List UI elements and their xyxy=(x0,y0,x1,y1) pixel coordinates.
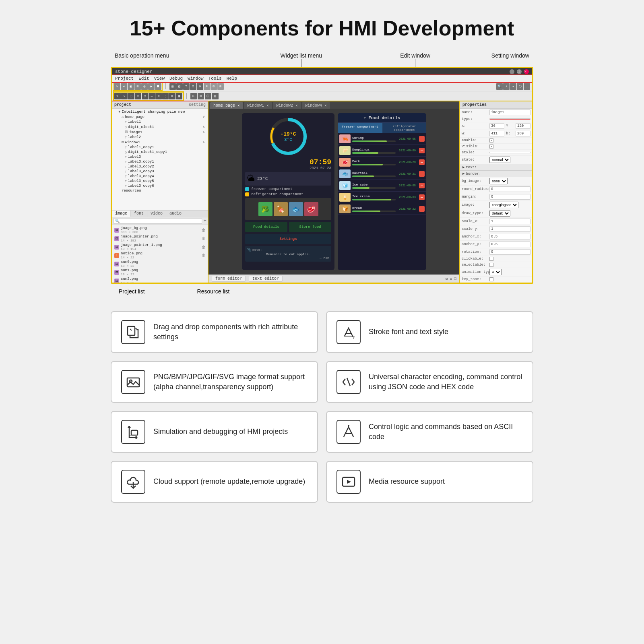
tree-label2[interactable]: T label2 xyxy=(112,135,208,140)
tree-label3-copy4[interactable]: T label3_copy4 xyxy=(112,174,208,179)
res-delete-3[interactable]: 🗑 xyxy=(202,245,206,250)
res-tab-image[interactable]: image xyxy=(112,211,131,217)
toolbar2-btn-12[interactable]: ⊞ xyxy=(198,93,204,99)
toolbar-btn-1[interactable]: ✎ xyxy=(114,83,120,90)
fridge-tab[interactable]: refrigerator compartment xyxy=(382,123,426,133)
toolbar-btn-9[interactable]: ◧ xyxy=(176,83,183,90)
resource-add-btn[interactable]: + xyxy=(204,218,206,224)
toolbar2-btn-4[interactable]: ☐ xyxy=(135,93,141,99)
feature-ascii: Control logic and commands based on ASCI… xyxy=(326,411,533,453)
tree-label3[interactable]: T label3 xyxy=(112,155,208,159)
toolbar-btn-align2[interactable]: ⊟ xyxy=(211,83,217,90)
res-item-3[interactable]: 🖼 juage_pointer_1.png 10 × 154 🗑 xyxy=(114,243,206,251)
toolbar-btn-4[interactable]: ⊞ xyxy=(134,83,141,90)
clickable-checkbox[interactable] xyxy=(489,257,493,261)
res-item-6[interactable]: 🖼 sum1.png 18 × 22 xyxy=(114,268,206,277)
visible-checkbox[interactable]: ✓ xyxy=(489,144,493,149)
menu-edit[interactable]: Edit xyxy=(138,76,149,81)
enable-checkbox[interactable]: ✓ xyxy=(489,138,493,142)
toolbar2-btn-14[interactable]: ▤ xyxy=(212,93,219,99)
toolbar-btn-r3[interactable]: ✦ xyxy=(510,83,516,90)
tree-resources[interactable]: resources xyxy=(112,188,208,193)
toolbar-btn-5[interactable]: ◐ xyxy=(141,83,148,90)
res-delete-1[interactable]: 🗑 xyxy=(202,228,206,233)
menu-view[interactable]: View xyxy=(154,76,165,81)
draw-type-select[interactable]: default xyxy=(489,210,510,217)
image-support-icon xyxy=(121,370,145,394)
tab-window1[interactable]: window1 ✕ xyxy=(244,102,272,109)
toolbar-btn-10[interactable]: T xyxy=(183,83,190,90)
toolbar-btn-11[interactable]: ⊡ xyxy=(190,83,196,90)
tree-label3-copy3[interactable]: T label3_copy3 xyxy=(112,169,208,174)
toolbar-btn-grid[interactable]: ⊞ xyxy=(217,83,224,90)
freezer-tab[interactable]: freezer compartment xyxy=(338,123,382,133)
toolbar-btn-12[interactable]: ⚙ xyxy=(197,83,203,90)
store-food-btn[interactable]: Store food xyxy=(289,222,331,232)
image-select[interactable]: chargingcar xyxy=(489,202,518,208)
toolbar2-btn-3[interactable]: ⬚ xyxy=(128,93,134,99)
toolbar2-btn-9[interactable]: ⊠ xyxy=(169,93,175,99)
res-item-4[interactable]: ! notice.png 14 × 22 🗑 xyxy=(114,251,206,260)
selectable-checkbox[interactable] xyxy=(489,263,493,267)
tree-root[interactable]: ▼ Intelligent_charging_pile_new xyxy=(112,109,208,114)
toolbar2-btn-6[interactable]: — xyxy=(149,93,155,99)
tree-window1[interactable]: ⊡ window1 ∧ xyxy=(112,140,208,145)
toolbar2-btn-2[interactable]: ↖ xyxy=(121,93,128,99)
toolbar-btn-3[interactable]: ▣ xyxy=(128,83,134,90)
tree-label3-copy5[interactable]: T label3_copy5 xyxy=(112,179,208,184)
state-select[interactable]: normal xyxy=(489,157,510,163)
bg-image-select[interactable]: none xyxy=(489,178,508,184)
toolbar-btn-r5[interactable]: ... xyxy=(524,83,530,90)
toolbar-btn-8[interactable]: ⬒ xyxy=(169,83,176,90)
toolbar-btn-2[interactable]: ↩ xyxy=(121,83,127,90)
toolbar2-btn-13[interactable]: ⬡ xyxy=(205,93,211,99)
tree-label3-copy1[interactable]: T label3_copy1 xyxy=(112,159,208,164)
res-delete-4[interactable]: 🗑 xyxy=(202,253,206,258)
tree-digit-clock1[interactable]: ◷ digit_clock1 ∧ xyxy=(112,124,208,130)
toolbar-btn-7[interactable]: ⏹ xyxy=(155,83,161,90)
res-tab-video[interactable]: video xyxy=(147,211,166,217)
toolbar-btn-6[interactable]: ▶ xyxy=(148,83,155,90)
menu-help[interactable]: Help xyxy=(227,76,237,81)
menu-tools[interactable]: Tools xyxy=(208,76,222,81)
text-editor-tab[interactable]: text editor xyxy=(249,276,283,282)
tree-image1[interactable]: 🖼 image1 ∧ xyxy=(112,130,208,135)
tab-window4[interactable]: window4 ✕ xyxy=(302,102,330,109)
key-tone-checkbox[interactable] xyxy=(489,277,493,281)
res-item-7[interactable]: 🖼 sum2.png 18 × 22 xyxy=(114,277,206,284)
animation-type-select[interactable]: 4 xyxy=(489,269,502,275)
zoom-controls[interactable]: ⊟ ⊞ □ xyxy=(446,277,456,281)
toolbar2-btn-10[interactable]: ▦ xyxy=(176,93,182,99)
menu-project[interactable]: Project xyxy=(115,76,134,81)
settings-btn[interactable]: Settings xyxy=(245,234,331,244)
resource-search[interactable] xyxy=(114,218,202,224)
res-tab-audio[interactable]: audio xyxy=(166,211,185,217)
tree-label3-copy2[interactable]: T label3_copy2 xyxy=(112,164,208,169)
toolbar2-btn-8[interactable]: ⋮ xyxy=(162,93,169,99)
tab-window2[interactable]: window2 ✕ xyxy=(273,102,301,109)
toolbar2-btn-11[interactable]: ▷ xyxy=(190,93,197,99)
toolbar2-btn-1[interactable]: ✎ xyxy=(114,93,121,99)
res-delete-2[interactable]: 🗑 xyxy=(202,236,206,241)
res-item-2[interactable]: 🖼 juage_pointer.png 14 × 152 🗑 xyxy=(114,234,206,243)
ide-window-controls[interactable]: _ □ × xyxy=(510,69,529,74)
menu-debug[interactable]: Debug xyxy=(169,76,183,81)
tree-home-page[interactable]: ⌂ home_page ∨ xyxy=(112,114,208,120)
tree-label3-copy6[interactable]: T label3_copy6 xyxy=(112,184,208,188)
tab-home-page[interactable]: home_page ✕ xyxy=(210,102,243,109)
toolbar-btn-r2[interactable]: ⚡ xyxy=(503,83,510,90)
toolbar-btn-r4[interactable]: ⬡ xyxy=(517,83,523,90)
res-tab-font[interactable]: font xyxy=(131,211,147,217)
res-item-1[interactable]: 🖼 juage_bg.png 300 × 300 🗑 xyxy=(114,226,206,234)
tree-label1-copy1[interactable]: T label1_copy1 xyxy=(112,145,208,150)
toolbar2-btn-5[interactable]: ◯ xyxy=(142,93,148,99)
tree-digit-clock1-copy1[interactable]: ◷ digit_clock1_copy1 xyxy=(112,150,208,155)
res-item-5[interactable]: 🖼 sum0.png 18 × 22 xyxy=(114,260,206,268)
food-details-btn[interactable]: Food details xyxy=(245,222,287,232)
menu-window[interactable]: Window xyxy=(188,76,204,81)
toolbar-btn-r1[interactable]: 🔍 xyxy=(496,83,503,90)
toolbar2-btn-7[interactable]: ⌗ xyxy=(155,93,162,99)
toolbar-btn-align[interactable]: ≡ xyxy=(204,83,210,90)
form-editor-tab[interactable]: form editor xyxy=(212,276,246,282)
tree-label1[interactable]: T label1 xyxy=(112,120,208,124)
